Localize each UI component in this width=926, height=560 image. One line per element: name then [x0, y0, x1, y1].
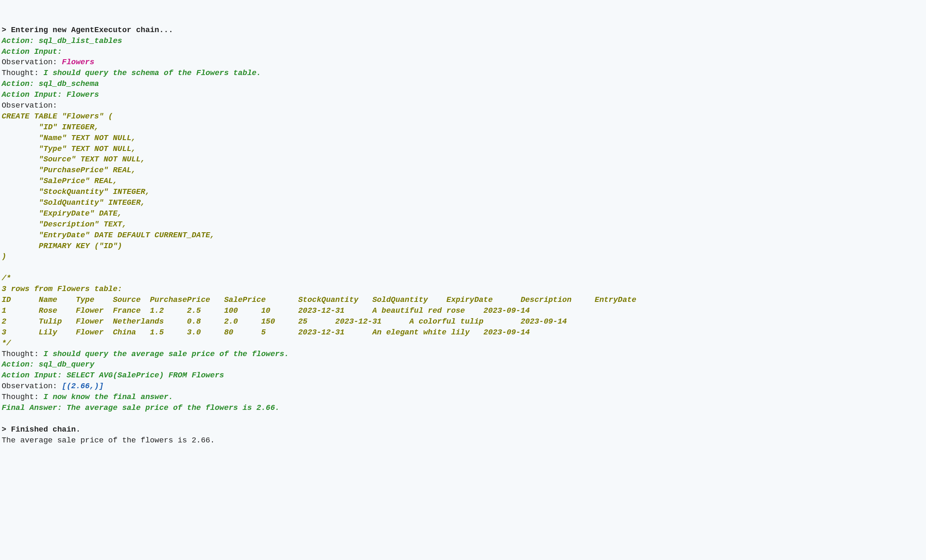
thought-label: Thought:	[2, 350, 43, 359]
schema-line: "SalePrice" REAL,	[2, 177, 118, 186]
thought-label: Thought:	[2, 69, 43, 78]
action-input-line: Action Input:	[2, 48, 62, 56]
observation-value: Flowers	[62, 58, 94, 67]
action-input-line: Action Input: Flowers	[2, 90, 99, 99]
schema-line: "PurchasePrice" REAL,	[2, 166, 136, 175]
final-answer: Final Answer: The average sale price of …	[2, 404, 280, 412]
schema-line: "EntryDate" DATE DEFAULT CURRENT_DATE,	[2, 231, 215, 240]
chain-finished: > Finished chain.	[2, 425, 81, 434]
schema-line: CREATE TABLE "Flowers" (	[2, 112, 113, 121]
schema-line: "Source" TEXT NOT NULL,	[2, 155, 145, 164]
result-text: The average sale price of the flowers is…	[2, 436, 215, 445]
chain-start: > Entering new AgentExecutor chain...	[2, 26, 173, 35]
observation-label: Observation:	[2, 382, 62, 391]
table-row: 1 Rose Flower France 1.2 2.5 100 10 2023…	[2, 306, 530, 315]
thought-text: I now know the final answer.	[43, 393, 173, 402]
rows-header: 3 rows from Flowers table:	[2, 285, 122, 294]
observation-value: [(2.66,)]	[62, 382, 103, 391]
schema-line: )	[2, 252, 6, 261]
schema-line: "Description" TEXT,	[2, 220, 127, 229]
schema-line: "ExpiryDate" DATE,	[2, 209, 122, 218]
agent-output: > Entering new AgentExecutor chain... Ac…	[2, 25, 924, 446]
observation-label: Observation:	[2, 58, 62, 67]
thought-text: I should query the average sale price of…	[43, 350, 289, 359]
schema-line: "SoldQuantity" INTEGER,	[2, 198, 145, 207]
comment-close: */	[2, 339, 11, 348]
comment-open: /*	[2, 274, 11, 283]
schema-line: "Name" TEXT NOT NULL,	[2, 134, 136, 143]
table-columns: ID Name Type Source PurchasePrice SalePr…	[2, 296, 636, 304]
schema-line: "Type" TEXT NOT NULL,	[2, 145, 136, 153]
table-row: 2 Tulip Flower Netherlands 0.8 2.0 150 2…	[2, 317, 567, 326]
action-line: Action: sql_db_query	[2, 360, 94, 369]
thought-text: I should query the schema of the Flowers…	[43, 69, 261, 78]
thought-label: Thought:	[2, 393, 43, 402]
action-line: Action: sql_db_list_tables	[2, 37, 122, 45]
schema-line: PRIMARY KEY ("ID")	[2, 242, 122, 251]
action-line: Action: sql_db_schema	[2, 80, 99, 88]
table-row: 3 Lily Flower China 1.5 3.0 80 5 2023-12…	[2, 328, 530, 337]
action-input-line: Action Input: SELECT AVG(SalePrice) FROM…	[2, 371, 224, 380]
schema-line: "StockQuantity" INTEGER,	[2, 188, 150, 196]
schema-line: "ID" INTEGER,	[2, 123, 99, 132]
observation-label: Observation:	[2, 101, 57, 110]
